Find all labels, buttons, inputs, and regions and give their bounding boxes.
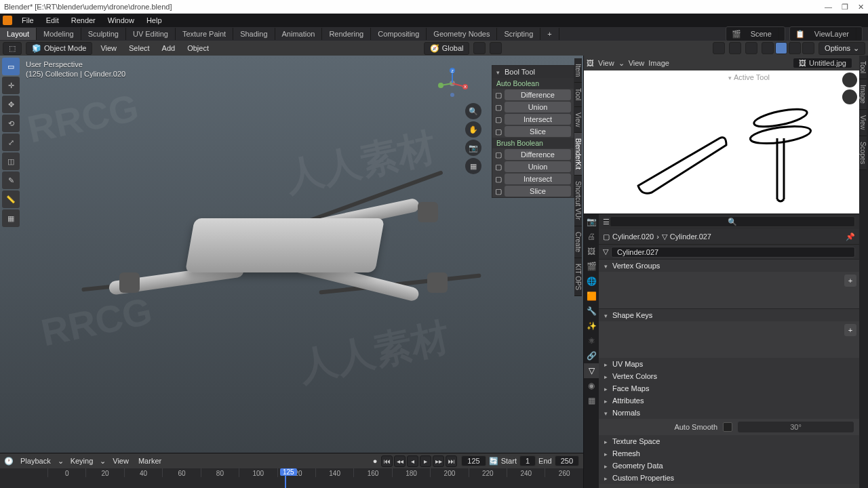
prop-editor-type[interactable]: ☰: [603, 218, 610, 226]
panel-geometry-data[interactable]: Geometry Data: [612, 462, 663, 470]
prop-tab-render[interactable]: 📷: [584, 214, 599, 229]
rm-expand-icon[interactable]: [604, 449, 610, 458]
brush-union-button[interactable]: Union: [505, 161, 571, 172]
orientation-selector[interactable]: 🧭 Global: [424, 42, 470, 55]
ts-expand-icon[interactable]: [604, 437, 610, 445]
autosmooth-checkbox[interactable]: [723, 422, 732, 432]
prev-key-button[interactable]: ◂◂: [394, 455, 406, 467]
perspective-toggle-icon[interactable]: ▦: [465, 158, 481, 174]
menu-file[interactable]: File: [16, 15, 39, 26]
vg-add-button[interactable]: +: [844, 274, 856, 287]
prop-tab-physics[interactable]: ⚛: [584, 333, 599, 348]
mesh-selector[interactable]: Cylinder.027: [611, 247, 855, 258]
mode-selector[interactable]: 🧊 Object Mode: [26, 42, 92, 55]
brush-difference-button[interactable]: Difference: [505, 149, 571, 160]
img-menu-image[interactable]: Image: [648, 59, 669, 67]
autosmooth-angle[interactable]: 30°: [738, 422, 854, 432]
prop-tab-modifiers[interactable]: 🔧: [584, 304, 599, 319]
tab-add[interactable]: +: [540, 28, 559, 40]
tl-menu-view[interactable]: View: [110, 457, 132, 465]
3d-viewport[interactable]: ▭ ✛ ✥ ⟲ ⤢ ◫ ✎ 📏 ▦ User Perspective (125)…: [0, 56, 583, 488]
prop-tab-texture[interactable]: ▦: [584, 393, 599, 408]
img-menu-view[interactable]: View: [598, 59, 614, 67]
shading-wireframe[interactable]: [762, 42, 774, 54]
tab-modeling[interactable]: Modeling: [37, 28, 81, 40]
overlay-toggle[interactable]: [729, 42, 741, 54]
viewlayer-selector[interactable]: 📋 ViewLayer: [789, 26, 863, 41]
ntab-tool[interactable]: Tool: [574, 83, 582, 106]
panel-custom-properties[interactable]: Custom Properties: [612, 474, 674, 482]
itab-scopes[interactable]: Scopes: [859, 136, 867, 170]
auto-intersect-button[interactable]: Intersect: [505, 114, 571, 125]
current-frame-field[interactable]: 125: [461, 455, 486, 466]
gizmo-toggle[interactable]: [713, 42, 725, 54]
tool-annotate[interactable]: ✎: [2, 171, 20, 189]
menu-window[interactable]: Window: [102, 15, 140, 26]
ntab-item[interactable]: Item: [574, 58, 582, 83]
shading-solid[interactable]: [775, 42, 787, 54]
tab-shading[interactable]: Shading: [233, 28, 275, 40]
timeline-ruler[interactable]: 0 20 40 60 80 100 120 140 160 180 200 22…: [0, 468, 583, 488]
panel-face-maps[interactable]: Face Maps: [612, 384, 649, 392]
norm-expand-icon[interactable]: [604, 409, 610, 417]
prop-tab-output[interactable]: 🖨: [584, 229, 599, 244]
panel-remesh[interactable]: Remesh: [612, 449, 640, 458]
start-frame-field[interactable]: 1: [519, 455, 536, 466]
proportional-edit-toggle[interactable]: [490, 42, 502, 54]
frame-sync-icon[interactable]: 🔄: [489, 457, 498, 466]
tab-scripting[interactable]: Scripting: [497, 28, 540, 40]
prop-tab-data[interactable]: ▽: [584, 363, 599, 378]
tl-menu-playback[interactable]: Playback: [18, 457, 54, 465]
snap-toggle[interactable]: [473, 42, 486, 54]
tl-menu-keying[interactable]: Keying: [68, 457, 96, 465]
tab-uv-editing[interactable]: UV Editing: [126, 28, 176, 40]
brush-slice-button[interactable]: Slice: [505, 186, 571, 197]
autokey-toggle[interactable]: ●: [373, 457, 378, 465]
drone-model[interactable]: [108, 171, 461, 347]
window-close-button[interactable]: ✕: [858, 3, 864, 12]
sk-expand-icon[interactable]: [604, 311, 610, 319]
active-tool-expand[interactable]: [728, 73, 734, 81]
img-zoom-icon[interactable]: [842, 73, 857, 87]
uv-expand-icon[interactable]: [604, 360, 610, 368]
end-frame-field[interactable]: 250: [555, 455, 579, 466]
ntab-blenderkit[interactable]: BlenderKit: [574, 133, 582, 176]
brush-intersect-button[interactable]: Intersect: [505, 174, 571, 184]
vp-menu-object[interactable]: Object: [183, 44, 213, 52]
ntab-kitops[interactable]: KIT OPS: [574, 258, 582, 296]
prop-tab-object[interactable]: 🟧: [584, 289, 599, 304]
crumb-mesh[interactable]: Cylinder.027: [670, 232, 711, 241]
auto-difference-button[interactable]: Difference: [505, 89, 571, 100]
sk-add-button[interactable]: +: [844, 324, 856, 336]
auto-union-button[interactable]: Union: [505, 102, 571, 113]
tl-menu-marker[interactable]: Marker: [136, 457, 164, 465]
tab-compositing[interactable]: Compositing: [371, 28, 427, 40]
prop-tab-viewlayer[interactable]: 🖼: [584, 244, 599, 259]
tab-geometry-nodes[interactable]: Geometry Nodes: [427, 28, 497, 40]
img-pan-icon[interactable]: [842, 89, 857, 104]
property-search[interactable]: 🔍: [610, 216, 855, 227]
prop-tab-constraints[interactable]: 🔗: [584, 348, 599, 363]
vg-expand-icon[interactable]: [604, 262, 610, 270]
ntab-create[interactable]: Create: [574, 226, 582, 258]
panel-normals[interactable]: Normals: [612, 409, 640, 417]
img-menu-view2[interactable]: View: [629, 59, 645, 67]
tool-rotate[interactable]: ⟲: [2, 115, 20, 132]
tool-scale[interactable]: ⤢: [2, 134, 20, 151]
menu-help[interactable]: Help: [141, 15, 167, 26]
shape-keys-list[interactable]: +: [599, 321, 859, 358]
tool-cursor[interactable]: ✛: [2, 77, 20, 94]
vc-expand-icon[interactable]: [604, 372, 610, 380]
play-button[interactable]: ▸: [420, 455, 431, 467]
window-minimize-button[interactable]: —: [825, 3, 832, 12]
attr-expand-icon[interactable]: [604, 396, 610, 405]
vp-menu-select[interactable]: Select: [125, 44, 154, 52]
tab-texture-paint[interactable]: Texture Paint: [176, 28, 233, 40]
prop-tab-scene[interactable]: 🎬: [584, 259, 599, 274]
window-maximize-button[interactable]: ❐: [842, 3, 848, 12]
panel-texture-space[interactable]: Texture Space: [612, 437, 660, 445]
image-editor-type[interactable]: 🖼: [587, 59, 594, 67]
gd-expand-icon[interactable]: [604, 462, 610, 470]
auto-slice-button[interactable]: Slice: [505, 126, 571, 137]
cp-expand-icon[interactable]: [604, 474, 610, 482]
